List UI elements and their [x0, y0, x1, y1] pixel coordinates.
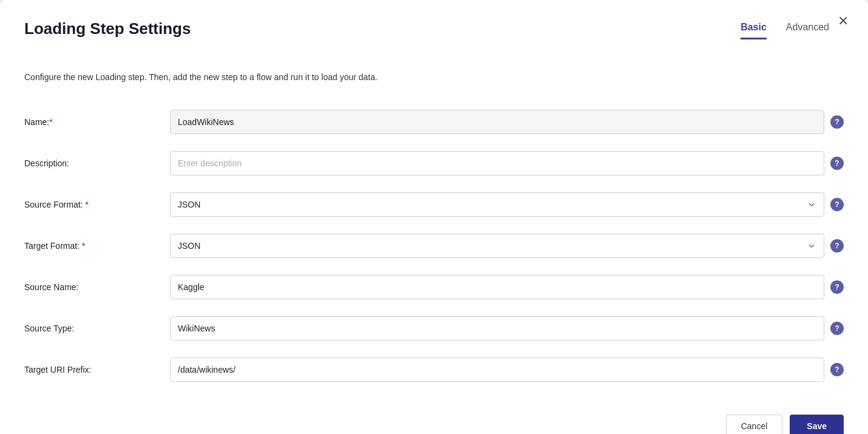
field-wrapper-source-name: ? — [170, 275, 844, 299]
field-wrapper-source-format: JSON CSV XML Parquet ? — [170, 192, 844, 217]
tab-advanced[interactable]: Advanced — [786, 22, 829, 39]
form-row-name: Name:* ? — [24, 101, 844, 143]
loading-step-settings-dialog: ✕ Loading Step Settings Basic Advanced C… — [0, 0, 868, 434]
label-target-uri-prefix: Target URI Prefix: — [24, 365, 170, 375]
target-format-select[interactable]: JSON CSV XML Parquet — [170, 234, 824, 258]
label-target-format: Target Format: * — [24, 241, 170, 251]
form-row-description: Description: ? — [24, 143, 844, 184]
field-wrapper-target-uri-prefix: ? — [170, 358, 844, 382]
form-row-source-type: Source Type: ? — [24, 308, 844, 349]
label-source-type: Source Type: — [24, 324, 170, 333]
form-section: Name:* ? Description: ? Source Format: *… — [24, 101, 844, 390]
help-icon-source-format[interactable]: ? — [830, 198, 844, 211]
tabs-container: Basic Advanced — [741, 22, 829, 39]
tab-basic[interactable]: Basic — [741, 22, 767, 39]
source-name-input[interactable] — [170, 275, 824, 299]
dialog-title: Loading Step Settings — [24, 19, 191, 38]
label-source-format: Source Format: * — [24, 200, 170, 209]
help-icon-target-uri-prefix[interactable]: ? — [830, 363, 844, 376]
close-button[interactable]: ✕ — [833, 12, 853, 30]
field-wrapper-target-format: JSON CSV XML Parquet ? — [170, 234, 844, 258]
help-icon-source-type[interactable]: ? — [830, 322, 844, 335]
target-uri-prefix-input[interactable] — [170, 358, 824, 382]
field-wrapper-description: ? — [170, 151, 844, 175]
cancel-button[interactable]: Cancel — [726, 415, 783, 434]
label-source-name: Source Name: — [24, 282, 170, 292]
source-format-select[interactable]: JSON CSV XML Parquet — [170, 192, 824, 217]
name-input[interactable] — [170, 110, 824, 134]
label-description: Description: — [24, 158, 170, 168]
form-row-target-uri-prefix: Target URI Prefix: ? — [24, 349, 844, 390]
dialog-footer: Cancel Save — [24, 415, 844, 434]
help-icon-description[interactable]: ? — [830, 157, 844, 170]
source-type-input[interactable] — [170, 316, 824, 341]
save-button[interactable]: Save — [790, 415, 844, 434]
dialog-header: Loading Step Settings — [24, 19, 844, 38]
field-wrapper-name: ? — [170, 110, 844, 134]
field-wrapper-source-type: ? — [170, 316, 844, 341]
label-name: Name:* — [24, 117, 170, 127]
required-star-source-format: * — [85, 200, 88, 209]
form-row-source-format: Source Format: * JSON CSV XML Parquet ? — [24, 184, 844, 225]
required-star-target-format: * — [82, 241, 85, 251]
required-star-name: * — [49, 117, 52, 127]
description-input[interactable] — [170, 151, 824, 175]
help-icon-target-format[interactable]: ? — [830, 239, 844, 253]
form-row-source-name: Source Name: ? — [24, 266, 844, 308]
dialog-subtitle: Configure the new Loading step. Then, ad… — [24, 72, 844, 82]
form-row-target-format: Target Format: * JSON CSV XML Parquet ? — [24, 225, 844, 266]
help-icon-name[interactable]: ? — [830, 115, 844, 129]
help-icon-source-name[interactable]: ? — [830, 280, 844, 294]
